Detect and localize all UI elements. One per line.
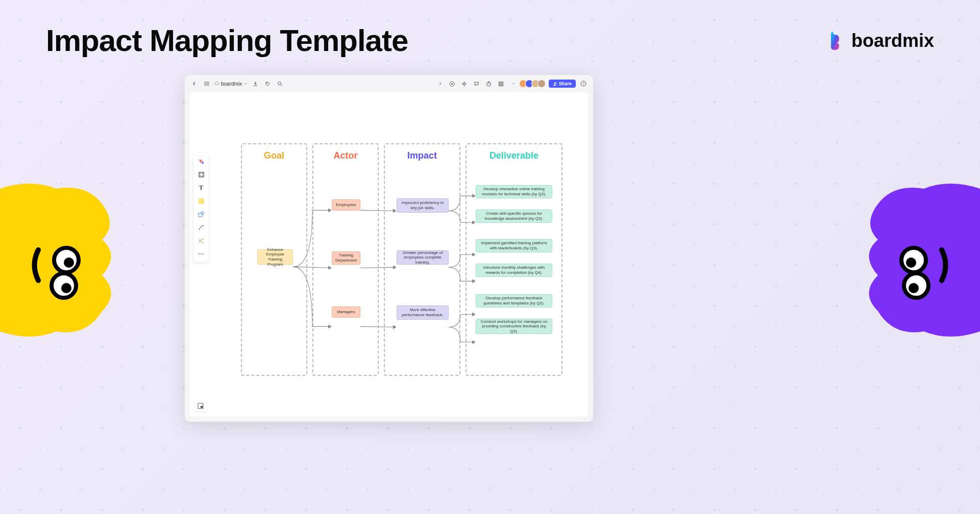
svg-rect-20 <box>499 84 501 86</box>
svg-rect-19 <box>502 82 503 83</box>
cloud-icon <box>214 81 219 86</box>
share-label: Share <box>559 81 572 86</box>
mascot-left <box>0 178 133 342</box>
chevron-down-icon <box>243 82 248 86</box>
side-toolbar: T ⋯ <box>194 153 208 262</box>
tag-icon[interactable] <box>263 79 272 88</box>
deliverable-node[interactable]: Develop performance feedback guidelines … <box>476 294 552 307</box>
cursor-tool-icon[interactable] <box>197 157 206 166</box>
minimap-button[interactable] <box>195 400 206 412</box>
svg-point-3 <box>61 283 71 293</box>
avatars[interactable] <box>521 80 546 88</box>
frame-tool-icon[interactable] <box>197 170 206 179</box>
svg-rect-28 <box>199 172 204 177</box>
search-icon[interactable] <box>275 79 284 88</box>
sticky-tool-icon[interactable] <box>197 196 206 205</box>
actor-node[interactable]: Training Department <box>332 251 360 265</box>
topbar-right: Share ? <box>435 79 588 88</box>
svg-point-7 <box>909 283 919 293</box>
connector-tool-icon[interactable] <box>197 236 206 245</box>
canvas[interactable]: T ⋯ Goal Actor Impact Deliverable Enhanc… <box>190 92 588 417</box>
download-icon[interactable] <box>251 79 260 88</box>
page-header: Impact Mapping Template boardmix <box>46 23 934 58</box>
column-title: Goal <box>242 150 306 161</box>
deliverable-node[interactable]: Implement gamified training platform wit… <box>476 239 552 252</box>
person-add-icon <box>553 82 557 86</box>
impact-node[interactable]: Improved proficiency in key job skills. <box>397 198 449 213</box>
deliverable-node[interactable]: Conduct workshops for managers on provid… <box>476 319 552 334</box>
impact-node[interactable]: More effective performance feedback. <box>397 305 449 320</box>
doc-name[interactable]: boardmix <box>214 81 248 87</box>
actor-node[interactable]: Managers <box>332 306 360 318</box>
shape-tool-icon[interactable] <box>197 210 206 219</box>
more-tool-icon[interactable]: ⋯ <box>197 249 206 259</box>
svg-point-22 <box>554 82 555 84</box>
page-title: Impact Mapping Template <box>46 23 408 58</box>
back-icon[interactable] <box>190 79 199 88</box>
svg-point-5 <box>906 258 916 268</box>
brand-name: boardmix <box>851 30 934 52</box>
impact-map-diagram: Goal Actor Impact Deliverable Enhance Em… <box>241 143 573 376</box>
doc-name-text: boardmix <box>221 81 242 87</box>
column-title: Deliverable <box>467 150 561 161</box>
column-deliverable: Deliverable <box>465 143 562 376</box>
mascot-right <box>847 178 980 342</box>
apps-icon[interactable] <box>497 79 506 88</box>
text-tool-icon[interactable]: T <box>197 183 206 192</box>
app-window: boardmix Share ? <box>185 75 593 422</box>
svg-rect-33 <box>199 213 202 217</box>
svg-point-27 <box>202 162 204 164</box>
menu-icon[interactable] <box>202 79 211 88</box>
deliverable-node[interactable]: Introduce monthly challenges with reward… <box>476 264 552 277</box>
goal-node[interactable]: Enhance Employee Training Program <box>257 249 293 265</box>
line-tool-icon[interactable] <box>197 223 206 232</box>
chevron-down-icon[interactable] <box>509 79 518 88</box>
share-button[interactable]: Share <box>549 80 576 88</box>
svg-text:?: ? <box>582 82 584 86</box>
svg-rect-21 <box>502 84 503 86</box>
column-title: Actor <box>313 150 378 161</box>
brand: boardmix <box>829 30 934 52</box>
impact-node[interactable]: Greater percentage of employees complete… <box>397 250 449 265</box>
deliverable-node[interactable]: Create skill-specific quizzes for knowle… <box>476 210 552 223</box>
svg-point-11 <box>266 83 267 84</box>
topbar: boardmix Share ? <box>185 75 593 92</box>
svg-point-12 <box>278 82 281 85</box>
avatar <box>537 80 546 88</box>
column-title: Impact <box>385 150 459 161</box>
timer-icon[interactable] <box>484 79 494 88</box>
actor-node[interactable]: Employees <box>332 199 360 211</box>
deliverable-node[interactable]: Develop interactive online training modu… <box>476 185 552 198</box>
sparkle-icon[interactable] <box>460 79 469 88</box>
chevron-right-icon[interactable] <box>435 79 445 88</box>
svg-rect-36 <box>201 406 203 408</box>
topbar-left: boardmix <box>190 79 284 88</box>
svg-point-1 <box>64 258 74 268</box>
play-icon[interactable] <box>448 79 457 88</box>
brand-logo-icon <box>829 31 846 51</box>
comment-icon[interactable] <box>472 79 481 88</box>
svg-line-13 <box>281 85 282 86</box>
help-icon[interactable]: ? <box>579 79 588 88</box>
svg-rect-18 <box>499 82 501 83</box>
